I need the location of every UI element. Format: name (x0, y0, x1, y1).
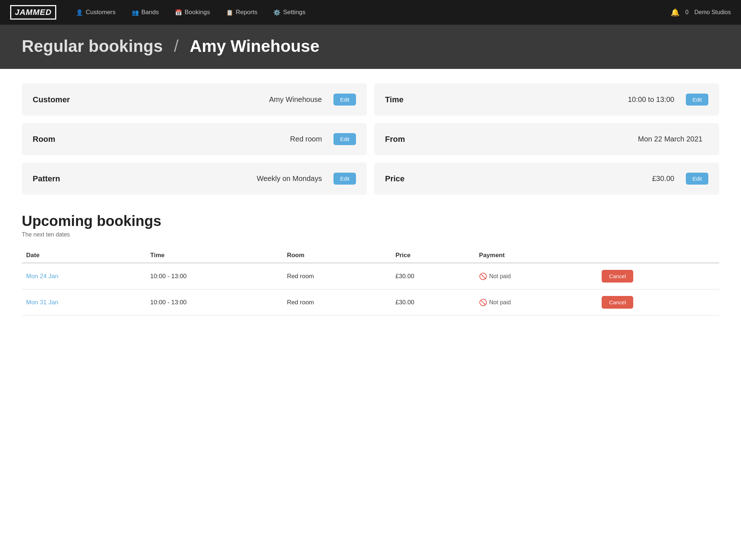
booking-payment: 🚫 Not paid (475, 263, 597, 289)
booking-date[interactable]: Mon 24 Jan (22, 263, 146, 289)
breadcrumb-separator: / (174, 37, 179, 55)
room-edit-button[interactable]: Edit (333, 133, 356, 145)
table-header: Date Time Room Price Payment (22, 248, 719, 263)
nav-label-customers: Customers (86, 9, 115, 16)
settings-icon: ⚙️ (273, 9, 281, 16)
col-payment: Payment (475, 248, 597, 263)
nav-item-settings[interactable]: ⚙️ Settings (265, 0, 313, 25)
col-date: Date (22, 248, 146, 263)
upcoming-subtitle: The next ten dates (22, 231, 719, 238)
table-body: Mon 24 Jan 10:00 - 13:00 Red room £30.00… (22, 263, 719, 316)
nav-label-settings: Settings (283, 9, 305, 16)
main-content: Customer Amy Winehouse Edit Time 10:00 t… (0, 69, 741, 330)
nav-right: 🔔 0 Demo Studios (671, 8, 731, 17)
nav-item-reports[interactable]: 📋 Reports (218, 0, 266, 25)
table-row: Mon 24 Jan 10:00 - 13:00 Red room £30.00… (22, 263, 719, 289)
from-label: From (385, 135, 425, 144)
cancel-button[interactable]: Cancel (602, 270, 633, 283)
bookings-table: Date Time Room Price Payment Mon 24 Jan … (22, 248, 719, 316)
booking-room: Red room (283, 263, 391, 289)
payment-status: Not paid (489, 273, 511, 280)
time-value: 10:00 to 13:00 (431, 95, 680, 104)
from-value: Mon 22 March 2021 (431, 135, 708, 143)
info-card-price: Price £30.00 Edit (374, 162, 719, 195)
room-label: Room (33, 135, 73, 144)
info-grid: Customer Amy Winehouse Edit Time 10:00 t… (22, 83, 719, 195)
customers-icon: 👤 (76, 9, 83, 16)
info-card-time: Time 10:00 to 13:00 Edit (374, 83, 719, 116)
col-room: Room (283, 248, 391, 263)
time-label: Time (385, 95, 425, 104)
pattern-value: Weekly on Mondays (78, 174, 328, 183)
main-nav: JAMMED 👤 Customers 👥 Bands 📅 Bookings 📋 … (0, 0, 741, 25)
breadcrumb-current: Amy Winehouse (190, 37, 319, 55)
customer-label: Customer (33, 95, 73, 104)
info-card-pattern: Pattern Weekly on Mondays Edit (22, 162, 367, 195)
col-action (597, 248, 719, 263)
nav-items: 👤 Customers 👥 Bands 📅 Bookings 📋 Reports… (68, 0, 670, 25)
price-label: Price (385, 174, 425, 184)
col-time: Time (146, 248, 283, 263)
info-card-customer: Customer Amy Winehouse Edit (22, 83, 367, 116)
booking-room: Red room (283, 289, 391, 316)
payment-status: Not paid (489, 299, 511, 306)
nav-item-bookings[interactable]: 📅 Bookings (167, 0, 218, 25)
bookings-icon: 📅 (175, 9, 182, 16)
bands-icon: 👥 (132, 9, 139, 16)
pattern-edit-button[interactable]: Edit (333, 173, 356, 185)
nav-label-bookings: Bookings (185, 9, 210, 16)
upcoming-section: Upcoming bookings The next ten dates Dat… (22, 213, 719, 316)
pattern-label: Pattern (33, 174, 73, 184)
booking-time: 10:00 - 13:00 (146, 263, 283, 289)
booking-date[interactable]: Mon 31 Jan (22, 289, 146, 316)
booking-action-cell: Cancel (597, 263, 719, 289)
nav-label-bands: Bands (142, 9, 159, 16)
nav-label-reports: Reports (236, 9, 258, 16)
customer-edit-button[interactable]: Edit (333, 94, 356, 106)
info-card-from: From Mon 22 March 2021 (374, 123, 719, 155)
booking-action-cell: Cancel (597, 289, 719, 316)
not-paid-icon: 🚫 (479, 298, 487, 306)
breadcrumb: Regular bookings / Amy Winehouse (22, 36, 719, 56)
notification-count: 0 (685, 9, 689, 16)
customer-value: Amy Winehouse (78, 95, 328, 104)
nav-item-bands[interactable]: 👥 Bands (124, 0, 167, 25)
not-paid-icon: 🚫 (479, 272, 487, 280)
bell-icon[interactable]: 🔔 (671, 8, 680, 17)
time-edit-button[interactable]: Edit (686, 94, 708, 106)
col-price: Price (391, 248, 475, 263)
breadcrumb-parent[interactable]: Regular bookings (22, 37, 163, 55)
reports-icon: 📋 (226, 9, 233, 16)
info-card-room: Room Red room Edit (22, 123, 367, 155)
price-value: £30.00 (431, 174, 680, 183)
page-header: Regular bookings / Amy Winehouse (0, 25, 741, 69)
booking-price: £30.00 (391, 289, 475, 316)
cancel-button[interactable]: Cancel (602, 296, 633, 309)
booking-payment: 🚫 Not paid (475, 289, 597, 316)
booking-time: 10:00 - 13:00 (146, 289, 283, 316)
booking-price: £30.00 (391, 263, 475, 289)
studio-name: Demo Studios (695, 9, 731, 16)
price-edit-button[interactable]: Edit (686, 173, 708, 185)
table-row: Mon 31 Jan 10:00 - 13:00 Red room £30.00… (22, 289, 719, 316)
app-logo: JAMMED (10, 5, 56, 20)
room-value: Red room (78, 135, 328, 143)
nav-item-customers[interactable]: 👤 Customers (68, 0, 123, 25)
upcoming-title: Upcoming bookings (22, 213, 719, 229)
